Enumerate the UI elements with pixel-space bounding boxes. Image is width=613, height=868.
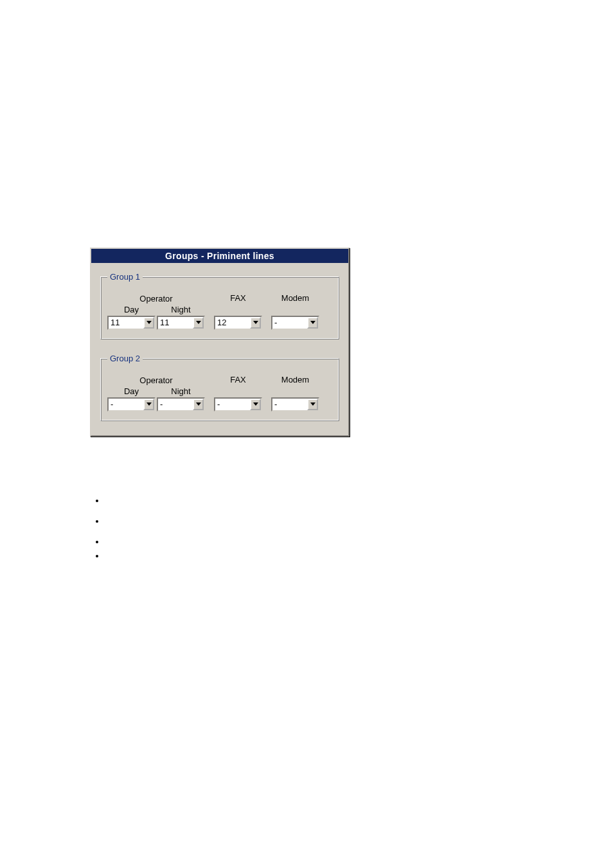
group1-fax-label: FAX (230, 293, 246, 303)
group2-modem-value: - (272, 399, 307, 410)
group2-night-combo[interactable]: - (157, 397, 205, 411)
group2-night-label: Night (171, 386, 190, 396)
dropdown-icon[interactable] (307, 317, 318, 329)
svg-marker-6 (253, 402, 258, 406)
group1-modem-combo[interactable]: - (271, 316, 319, 330)
group2-day-value: - (109, 399, 143, 410)
svg-marker-0 (147, 321, 152, 324)
group2-day-combo[interactable]: - (107, 397, 155, 411)
group1-day-combo[interactable]: 11 (107, 316, 155, 330)
group1-fax-value: 12 (215, 317, 250, 329)
dialog-title: Groups - Priminent lines (91, 249, 348, 263)
group2-modem-label: Modem (281, 375, 309, 384)
group1-modem-value: - (272, 317, 307, 329)
dropdown-icon[interactable] (250, 317, 261, 329)
dropdown-icon[interactable] (307, 399, 318, 410)
groupbox-group2-legend: Group 2 (107, 354, 143, 363)
group2-fax-label: FAX (230, 375, 246, 384)
groupbox-group2: Group 2 Operator Day - (100, 354, 339, 421)
dropdown-icon[interactable] (143, 317, 154, 329)
group1-fax-combo[interactable]: 12 (214, 316, 262, 330)
dropdown-icon[interactable] (193, 317, 204, 329)
group2-fax-combo[interactable]: - (214, 397, 262, 411)
dropdown-icon[interactable] (250, 399, 261, 410)
dropdown-icon[interactable] (193, 399, 204, 410)
group1-day-label: Day (124, 305, 139, 314)
svg-marker-7 (310, 402, 315, 406)
dropdown-icon[interactable] (143, 399, 154, 410)
group2-modem-combo[interactable]: - (271, 397, 319, 411)
svg-marker-4 (147, 402, 152, 406)
bullet-list (90, 495, 105, 565)
svg-marker-1 (196, 321, 201, 324)
svg-marker-2 (253, 321, 258, 324)
group2-day-label: Day (124, 386, 139, 396)
group1-night-label: Night (171, 305, 190, 314)
group2-operator-label: Operator (139, 375, 172, 385)
dialog-groups-prominent-lines: Groups - Priminent lines Group 1 Operato… (90, 248, 350, 437)
svg-marker-3 (310, 321, 315, 324)
group2-night-value: - (158, 399, 193, 410)
groupbox-group1: Group 1 Operator Day 11 (100, 272, 339, 339)
group1-modem-label: Modem (281, 293, 309, 303)
group2-fax-value: - (215, 399, 250, 410)
group1-day-value: 11 (109, 317, 143, 329)
groupbox-group1-legend: Group 1 (107, 272, 143, 282)
group1-night-value: 11 (158, 317, 193, 329)
group1-night-combo[interactable]: 11 (157, 316, 205, 330)
svg-marker-5 (196, 402, 201, 406)
dialog-client-area: Group 1 Operator Day 11 (91, 263, 348, 435)
group1-operator-label: Operator (139, 294, 172, 303)
